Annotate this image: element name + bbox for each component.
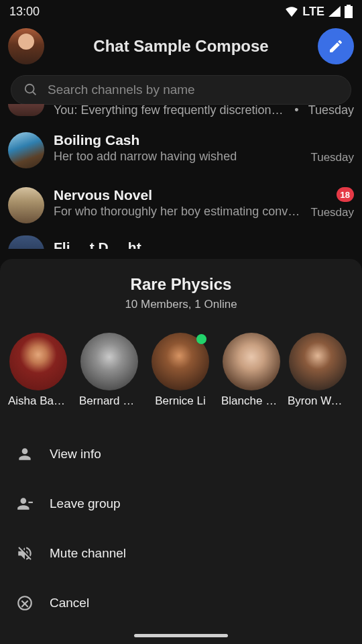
avatar [8, 235, 44, 249]
mute-icon [16, 545, 34, 562]
view-info-action[interactable]: View info [0, 429, 362, 479]
list-item[interactable]: Nervous Novel For who thoroughly her boy… [0, 178, 362, 233]
svg-rect-0 [345, 6, 353, 18]
search-input[interactable] [48, 83, 339, 97]
group-sheet: Rare Physics 10 Members, 1 Online Aisha … [0, 259, 362, 644]
search-wrap [0, 75, 362, 105]
chat-time: Tuesday [310, 151, 354, 164]
avatar [223, 333, 280, 390]
list-item[interactable]: Fli t D ht [0, 233, 362, 249]
unread-badge: 18 [337, 187, 354, 202]
action-label: Mute channel [50, 546, 126, 561]
status-bar: 13:00 LTE [0, 0, 362, 23]
list-item[interactable]: Boiling Cash Her too add narrow having w… [0, 123, 362, 178]
member-name: Byron Wa… [288, 394, 348, 408]
status-right: LTE [285, 5, 353, 19]
chat-preview: You: Everything few frequently discretio… [54, 103, 285, 117]
member-name: Bernice Li [155, 394, 206, 408]
avatar [152, 333, 209, 390]
app-header: Chat Sample Compose [0, 23, 362, 75]
wifi-icon [285, 6, 298, 17]
avatar [289, 333, 347, 390]
compose-icon [328, 38, 344, 54]
chat-name: Fli t D ht [54, 239, 141, 249]
status-net-label: LTE [302, 5, 324, 19]
app-title: Chat Sample Compose [93, 37, 268, 56]
chat-time: Tuesday [310, 206, 354, 219]
home-indicator[interactable] [134, 634, 228, 637]
chat-preview: Her too add narrow having wished [54, 150, 301, 164]
avatar [8, 104, 44, 116]
member-name: Blanche S… [221, 394, 282, 408]
svg-rect-1 [347, 5, 351, 6]
chat-name: Boiling Cash [54, 132, 301, 148]
member-name: Aisha Bad… [8, 394, 68, 408]
unread-dot: • [294, 103, 298, 117]
avatar [8, 187, 44, 223]
avatar [80, 333, 138, 390]
cancel-action[interactable]: Cancel [0, 578, 362, 628]
sheet-title: Rare Physics [0, 275, 362, 294]
leave-group-action[interactable]: Leave group [0, 479, 362, 529]
person-remove-icon [16, 495, 34, 513]
avatar [9, 333, 67, 390]
member-item[interactable]: Blanche S… [223, 333, 280, 408]
sheet-subtitle: 10 Members, 1 Online [0, 298, 362, 311]
chat-list[interactable]: You: Everything few frequently discretio… [0, 103, 362, 249]
list-item[interactable]: You: Everything few frequently discretio… [0, 103, 362, 123]
member-list[interactable]: Aisha Bad… Bernard W… Bernice Li Blanche… [0, 311, 362, 424]
chat-preview: For who thoroughly her boy estimating co… [54, 205, 301, 219]
avatar-self[interactable] [8, 28, 44, 64]
chat-time: Tuesday [308, 103, 354, 117]
sheet-actions: View info Leave group Mute channel Cance… [0, 429, 362, 628]
member-item[interactable]: Byron Wa… [294, 333, 342, 408]
svg-point-2 [25, 85, 34, 93]
avatar [8, 132, 44, 168]
member-item[interactable]: Aisha Bad… [9, 333, 67, 408]
battery-icon [345, 5, 353, 18]
action-label: Leave group [50, 496, 121, 511]
status-time: 13:00 [9, 5, 40, 19]
chat-name: Nervous Novel [54, 187, 301, 203]
member-item[interactable]: Bernard W… [80, 333, 138, 408]
search-field[interactable] [11, 75, 351, 105]
action-label: Cancel [50, 596, 89, 610]
mute-channel-action[interactable]: Mute channel [0, 529, 362, 578]
search-icon [23, 83, 38, 97]
cancel-icon [16, 594, 34, 612]
signal-icon [328, 6, 341, 17]
action-label: View info [50, 447, 101, 462]
svg-line-3 [33, 92, 36, 95]
compose-button[interactable] [318, 28, 354, 64]
member-name: Bernard W… [79, 394, 139, 408]
person-icon [16, 445, 34, 463]
member-item[interactable]: Bernice Li [152, 333, 209, 408]
online-indicator [196, 334, 206, 344]
